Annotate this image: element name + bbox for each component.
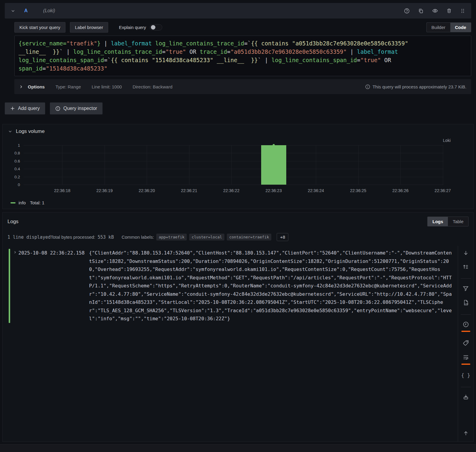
explain-query-control: Explain query: [119, 24, 162, 30]
x-tick-label: 22:36:19: [96, 188, 113, 193]
y-tick-label: 0.2: [14, 174, 20, 179]
active-indicator: [461, 331, 470, 332]
grid-line-v: [147, 145, 147, 185]
common-labels-label: Common labels:: [122, 235, 154, 240]
common-labels: Common labels: app=traefik cluster=local…: [122, 233, 288, 241]
grid-line-h: [24, 153, 443, 153]
wrap-lines-icon[interactable]: [461, 354, 470, 365]
bytes-label: Total bytes processed:: [51, 235, 95, 240]
scroll-to-top-icon[interactable]: [463, 430, 469, 436]
label-badge: container=traefik: [227, 234, 271, 240]
query-inspector-button[interactable]: Query inspector: [50, 102, 102, 114]
chart-source-label: Loki: [443, 138, 451, 143]
builder-mode-tab[interactable]: Builder: [427, 23, 450, 32]
logs-volume-header: Logs volume: [3, 128, 473, 134]
x-tick-label: 22:36:25: [350, 188, 366, 193]
log-timestamp: 2025-10-08 22:36:22.158: [19, 249, 85, 323]
sort-order-icon[interactable]: [463, 264, 469, 270]
y-tick-label: 0: [18, 183, 20, 187]
plot-row: 00.20.40.60.81 22:36:1822:36:1922:36:202…: [3, 145, 473, 185]
filter-icon[interactable]: [463, 285, 469, 292]
query-ref-id: A: [24, 8, 28, 13]
more-labels-button[interactable]: +8: [277, 233, 288, 241]
bottom-strip: [0, 444, 476, 452]
log-rows: 2025-10-08 22:36:22.158 {"ClientAddr":"8…: [3, 246, 458, 442]
y-tick-label: 0.6: [14, 159, 20, 163]
grid-line-v: [316, 145, 316, 185]
add-query-button[interactable]: Add query: [5, 102, 45, 114]
query-inspector-label: Query inspector: [63, 106, 97, 111]
y-axis: 00.20.40.60.81: [3, 145, 24, 185]
download-logs-icon[interactable]: [463, 394, 469, 400]
grid-line-h: [24, 145, 443, 145]
x-tick-label: 22:36:22: [223, 188, 240, 193]
legend-series-name[interactable]: info: [19, 200, 26, 205]
log-expand-chevron-icon[interactable]: [13, 251, 17, 323]
query-row-header: A (Loki): [5, 3, 471, 19]
x-tick-label: 22:36:18: [54, 188, 71, 193]
x-tick-label: 22:36:20: [139, 188, 155, 193]
drag-handle-icon[interactable]: [460, 8, 465, 13]
copy-query-icon[interactable]: [418, 8, 424, 14]
logs-volume-chart: Loki 00.20.40.60.81 22:36:1822:36:1922:3…: [3, 145, 473, 205]
query-code[interactable]: {service_name="traefik"} | label_format …: [14, 36, 471, 76]
grid-line-v: [105, 145, 105, 185]
query-row-actions: [404, 8, 465, 14]
toolbar-divider: [461, 314, 471, 315]
scroll-to-bottom-icon[interactable]: [463, 250, 469, 256]
logs-meta-row: 1 line displayed Total bytes processed: …: [3, 233, 473, 241]
grid-line-v: [400, 145, 401, 185]
grid-line-v: [443, 145, 443, 185]
options-label[interactable]: Options: [28, 84, 45, 89]
log-row[interactable]: 2025-10-08 22:36:22.158 {"ClientAddr":"8…: [9, 249, 454, 323]
logs-view-tab[interactable]: Logs: [428, 217, 448, 226]
toolbar-divider: [461, 278, 471, 279]
legend-series-swatch: [10, 202, 16, 203]
grid-line-v: [358, 145, 359, 185]
logs-volume-title: Logs volume: [16, 128, 45, 134]
x-tick-label: 22:36:21: [181, 188, 197, 193]
collapse-query-chevron-icon[interactable]: [11, 9, 15, 13]
svg-text:LOG: LOG: [465, 303, 468, 305]
explain-query-toggle[interactable]: [150, 24, 162, 30]
log-details-icon[interactable]: LOG: [463, 299, 469, 306]
options-direction: Direction: Backward: [133, 84, 172, 89]
show-time-icon[interactable]: [461, 321, 470, 332]
logs-panel: Logs Logs Table 1 line displayed Total b…: [2, 212, 474, 442]
logs-header: Logs Logs Table: [3, 217, 473, 226]
add-query-label: Add query: [18, 106, 40, 111]
eye-icon[interactable]: [432, 8, 438, 14]
logs-volume-collapse-icon[interactable]: [8, 129, 12, 134]
kick-start-query-button[interactable]: Kick start your query: [14, 22, 65, 33]
bytes-value: 553 kB: [98, 235, 114, 240]
volume-bar[interactable]: [261, 145, 286, 185]
trash-icon[interactable]: [446, 8, 452, 13]
logs-side-toolbar: LOG { }: [458, 246, 473, 442]
legend-series-total: Total: 1: [30, 200, 44, 205]
x-tick-label: 22:36:27: [434, 188, 451, 193]
log-level-bar: [9, 249, 10, 323]
grid-line-v: [189, 145, 189, 185]
unique-labels-icon[interactable]: [463, 340, 469, 346]
query-size-estimate: This query will process approximately 23…: [365, 84, 466, 89]
code-mode-tab[interactable]: Code: [450, 23, 471, 32]
info-icon: [365, 84, 370, 89]
logs-volume-panel: Logs volume Loki 00.20.40.60.81 22:36:18…: [2, 124, 474, 209]
options-line-limit: Line limit: 1000: [92, 84, 122, 89]
explain-query-label: Explain query: [119, 25, 146, 30]
logs-content: 2025-10-08 22:36:22.158 {"ClientAddr":"8…: [3, 246, 473, 442]
label-badge: cluster=local: [189, 234, 224, 240]
options-expand-chevron-icon[interactable]: [19, 85, 23, 89]
help-icon[interactable]: [404, 8, 410, 14]
label-browser-button[interactable]: Label browser: [70, 22, 108, 33]
explore-page: A (Loki) Kick star: [0, 0, 476, 452]
prettify-json-icon[interactable]: { }: [461, 373, 470, 379]
plot-area: 22:36:1822:36:1922:36:2022:36:2122:36:22…: [24, 145, 443, 185]
x-tick-label: 22:36:23: [265, 188, 282, 193]
table-view-tab[interactable]: Table: [448, 217, 468, 226]
query-toolbar: Kick start your query Label browser Expl…: [14, 22, 471, 33]
bar-point: [273, 144, 275, 146]
options-type: Type: Range: [56, 84, 81, 89]
chart-legend: info Total: 1: [10, 200, 473, 205]
grid-line-h: [24, 185, 443, 185]
